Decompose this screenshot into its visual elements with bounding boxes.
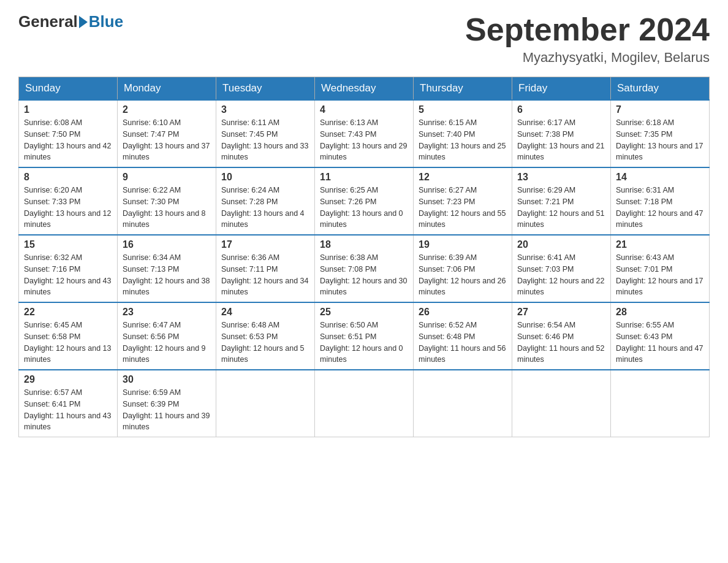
sunset-label: Sunset: 7:26 PM — [320, 197, 376, 206]
day-info: Sunrise: 6:24 AM Sunset: 7:28 PM Dayligh… — [221, 185, 309, 231]
day-info: Sunrise: 6:39 AM Sunset: 7:06 PM Dayligh… — [419, 252, 507, 298]
table-row: 19 Sunrise: 6:39 AM Sunset: 7:06 PM Dayl… — [414, 235, 512, 302]
daylight-label: Daylight: 13 hours and 25 minutes — [419, 142, 506, 162]
table-row: 10 Sunrise: 6:24 AM Sunset: 7:28 PM Dayl… — [216, 167, 315, 235]
table-row: 27 Sunrise: 6:54 AM Sunset: 6:46 PM Dayl… — [512, 302, 611, 370]
day-info: Sunrise: 6:41 AM Sunset: 7:03 PM Dayligh… — [517, 252, 605, 298]
sunset-label: Sunset: 6:43 PM — [616, 332, 672, 341]
sunrise-label: Sunrise: 6:59 AM — [123, 388, 181, 397]
table-row: 16 Sunrise: 6:34 AM Sunset: 7:13 PM Dayl… — [118, 235, 216, 302]
table-row: 9 Sunrise: 6:22 AM Sunset: 7:30 PM Dayli… — [118, 167, 216, 235]
col-monday: Monday — [118, 77, 216, 101]
sunset-label: Sunset: 7:23 PM — [419, 197, 475, 206]
sunrise-label: Sunrise: 6:24 AM — [221, 186, 279, 194]
day-info: Sunrise: 6:22 AM Sunset: 7:30 PM Dayligh… — [123, 185, 211, 231]
table-row: 12 Sunrise: 6:27 AM Sunset: 7:23 PM Dayl… — [414, 167, 512, 235]
daylight-label: Daylight: 12 hours and 38 minutes — [123, 277, 210, 297]
daylight-label: Daylight: 13 hours and 4 minutes — [221, 209, 305, 229]
table-row: 29 Sunrise: 6:57 AM Sunset: 6:41 PM Dayl… — [19, 370, 118, 437]
table-row: 20 Sunrise: 6:41 AM Sunset: 7:03 PM Dayl… — [512, 235, 611, 302]
daylight-label: Daylight: 13 hours and 42 minutes — [24, 142, 111, 162]
sunset-label: Sunset: 6:53 PM — [221, 332, 278, 341]
table-row: 26 Sunrise: 6:52 AM Sunset: 6:48 PM Dayl… — [414, 302, 512, 370]
calendar-title-area: September 2024 Myazhysyatki, Mogilev, Be… — [465, 12, 710, 66]
table-row: 7 Sunrise: 6:18 AM Sunset: 7:35 PM Dayli… — [611, 100, 710, 167]
table-row: 3 Sunrise: 6:11 AM Sunset: 7:45 PM Dayli… — [216, 100, 315, 167]
table-row — [216, 370, 315, 437]
table-row: 21 Sunrise: 6:43 AM Sunset: 7:01 PM Dayl… — [611, 235, 710, 302]
sunset-label: Sunset: 6:39 PM — [123, 400, 179, 408]
sunset-label: Sunset: 7:43 PM — [320, 130, 376, 139]
sunrise-label: Sunrise: 6:57 AM — [24, 388, 82, 397]
sunset-label: Sunset: 7:01 PM — [616, 265, 672, 274]
logo-arrow-icon — [79, 16, 88, 28]
sunrise-label: Sunrise: 6:43 AM — [616, 253, 674, 262]
logo-general-text: General — [18, 12, 78, 31]
day-number: 26 — [419, 307, 507, 318]
daylight-label: Daylight: 12 hours and 5 minutes — [221, 344, 305, 364]
sunrise-label: Sunrise: 6:29 AM — [517, 186, 575, 194]
sunset-label: Sunset: 7:35 PM — [616, 130, 672, 139]
day-info: Sunrise: 6:47 AM Sunset: 6:56 PM Dayligh… — [123, 320, 211, 366]
day-info: Sunrise: 6:36 AM Sunset: 7:11 PM Dayligh… — [221, 252, 309, 298]
day-number: 20 — [517, 239, 605, 250]
sunrise-label: Sunrise: 6:55 AM — [616, 321, 674, 329]
calendar-table: Sunday Monday Tuesday Wednesday Thursday… — [18, 77, 710, 437]
table-row — [512, 370, 611, 437]
daylight-label: Daylight: 12 hours and 0 minutes — [320, 344, 403, 364]
day-number: 22 — [24, 307, 112, 318]
logo-blue-text: Blue — [89, 12, 123, 31]
day-number: 13 — [517, 172, 605, 183]
sunset-label: Sunset: 7:18 PM — [616, 197, 672, 206]
daylight-label: Daylight: 13 hours and 33 minutes — [221, 142, 308, 162]
sunrise-label: Sunrise: 6:32 AM — [24, 253, 82, 262]
sunset-label: Sunset: 6:56 PM — [123, 332, 179, 341]
col-friday: Friday — [512, 77, 611, 101]
daylight-label: Daylight: 12 hours and 30 minutes — [320, 277, 407, 297]
sunrise-label: Sunrise: 6:52 AM — [419, 321, 477, 329]
day-info: Sunrise: 6:10 AM Sunset: 7:47 PM Dayligh… — [123, 117, 211, 163]
day-number: 18 — [320, 239, 408, 250]
daylight-label: Daylight: 12 hours and 43 minutes — [24, 277, 111, 297]
day-number: 11 — [320, 172, 408, 183]
daylight-label: Daylight: 12 hours and 26 minutes — [419, 277, 506, 297]
sunset-label: Sunset: 7:28 PM — [221, 197, 278, 206]
sunrise-label: Sunrise: 6:22 AM — [123, 186, 181, 194]
daylight-label: Daylight: 13 hours and 8 minutes — [123, 209, 206, 229]
daylight-label: Daylight: 13 hours and 12 minutes — [24, 209, 111, 229]
day-info: Sunrise: 6:29 AM Sunset: 7:21 PM Dayligh… — [517, 185, 605, 231]
day-number: 15 — [24, 239, 112, 250]
col-wednesday: Wednesday — [315, 77, 414, 101]
calendar-title: September 2024 — [465, 12, 710, 47]
table-row: 14 Sunrise: 6:31 AM Sunset: 7:18 PM Dayl… — [611, 167, 710, 235]
day-number: 12 — [419, 172, 507, 183]
sunset-label: Sunset: 7:50 PM — [24, 130, 80, 139]
sunrise-label: Sunrise: 6:11 AM — [221, 118, 279, 127]
day-info: Sunrise: 6:17 AM Sunset: 7:38 PM Dayligh… — [517, 117, 605, 163]
table-row: 25 Sunrise: 6:50 AM Sunset: 6:51 PM Dayl… — [315, 302, 414, 370]
day-info: Sunrise: 6:45 AM Sunset: 6:58 PM Dayligh… — [24, 320, 112, 366]
table-row: 13 Sunrise: 6:29 AM Sunset: 7:21 PM Dayl… — [512, 167, 611, 235]
table-row: 8 Sunrise: 6:20 AM Sunset: 7:33 PM Dayli… — [19, 167, 118, 235]
table-row: 23 Sunrise: 6:47 AM Sunset: 6:56 PM Dayl… — [118, 302, 216, 370]
day-info: Sunrise: 6:48 AM Sunset: 6:53 PM Dayligh… — [221, 320, 309, 366]
day-number: 10 — [221, 172, 309, 183]
day-info: Sunrise: 6:57 AM Sunset: 6:41 PM Dayligh… — [24, 387, 112, 433]
day-info: Sunrise: 6:08 AM Sunset: 7:50 PM Dayligh… — [24, 117, 112, 163]
day-number: 1 — [24, 104, 112, 115]
sunset-label: Sunset: 7:21 PM — [517, 197, 574, 206]
sunrise-label: Sunrise: 6:54 AM — [517, 321, 575, 329]
day-number: 16 — [123, 239, 211, 250]
sunrise-label: Sunrise: 6:10 AM — [123, 118, 181, 127]
sunrise-label: Sunrise: 6:34 AM — [123, 253, 181, 262]
day-number: 14 — [616, 172, 704, 183]
day-info: Sunrise: 6:43 AM Sunset: 7:01 PM Dayligh… — [616, 252, 704, 298]
sunset-label: Sunset: 7:38 PM — [517, 130, 574, 139]
col-tuesday: Tuesday — [216, 77, 315, 101]
daylight-label: Daylight: 12 hours and 55 minutes — [419, 209, 506, 229]
table-row: 4 Sunrise: 6:13 AM Sunset: 7:43 PM Dayli… — [315, 100, 414, 167]
day-info: Sunrise: 6:27 AM Sunset: 7:23 PM Dayligh… — [419, 185, 507, 231]
daylight-label: Daylight: 12 hours and 34 minutes — [221, 277, 308, 297]
day-info: Sunrise: 6:55 AM Sunset: 6:43 PM Dayligh… — [616, 320, 704, 366]
sunrise-label: Sunrise: 6:38 AM — [320, 253, 378, 262]
